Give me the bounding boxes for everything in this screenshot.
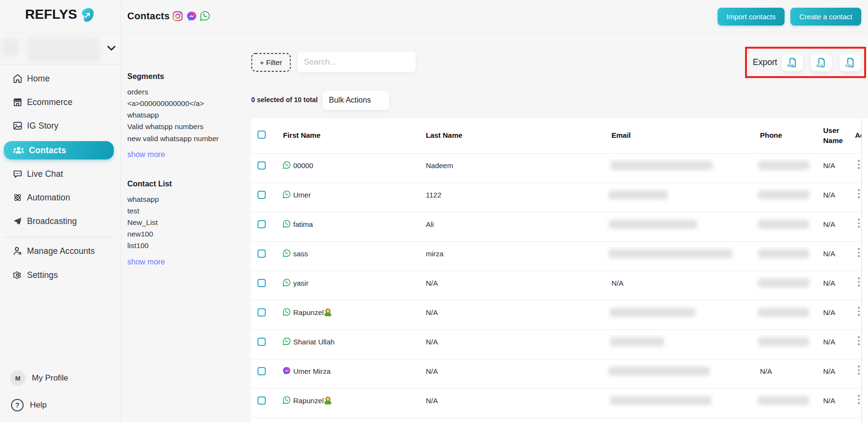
svg-text:PDF: PDF	[787, 64, 794, 67]
svg-text:XLS: XLS	[816, 64, 823, 67]
svg-text:CSV: CSV	[845, 64, 852, 67]
